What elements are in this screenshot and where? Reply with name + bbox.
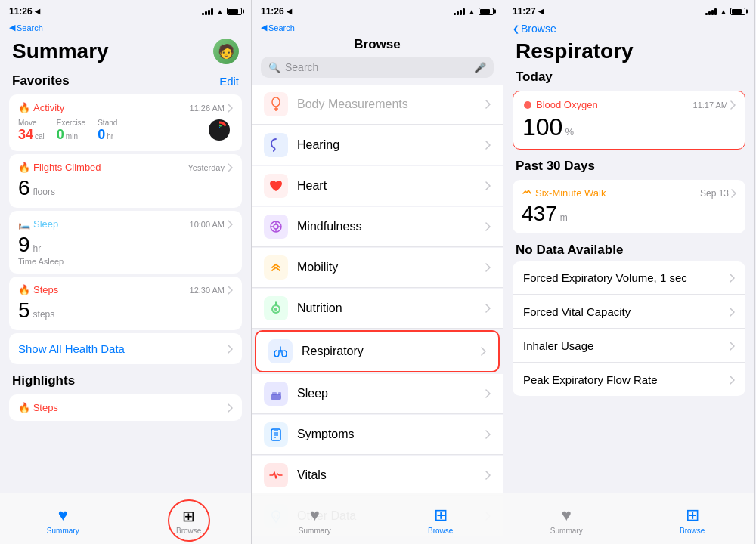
summary-content: Favorites Edit 🔥 Activity 11:26 AM Move (0, 67, 251, 544)
table-row[interactable]: Peak Expiratory Flow Rate (513, 363, 745, 396)
wifi-icon-1: ▲ (216, 8, 224, 16)
mic-icon: 🎤 (474, 62, 486, 73)
status-time-2: 11:26 ◀ (261, 6, 292, 17)
chevron-icon (730, 308, 735, 317)
six-minute-walk-card[interactable]: Six-Minute Walk Sep 13 437 m (513, 180, 745, 233)
walk-label: Six-Minute Walk (522, 187, 606, 199)
search-bar[interactable]: 🔍 Search 🎤 (261, 57, 494, 78)
chevron-icon (485, 430, 491, 439)
no-data-header: No Data Available (503, 236, 754, 261)
chevron-icon (730, 342, 735, 351)
symptoms-icon (264, 422, 288, 447)
chevron-icon (228, 403, 233, 413)
heart-icon (264, 174, 288, 198)
status-bar-1: 11:26 ◀ ▲ (0, 0, 251, 21)
activity-card[interactable]: 🔥 Activity 11:26 AM Move 34 cal (9, 94, 242, 151)
tab-summary-1[interactable]: ♥ Summary (0, 502, 126, 535)
respiratory-panel: 11:27 ◀ ▲ ❮ Browse Respiratory Today (503, 0, 755, 544)
table-row[interactable]: Forced Expiratory Volume, 1 sec (513, 261, 745, 295)
table-row[interactable]: Forced Vital Capacity (513, 295, 745, 329)
chevron-icon (228, 163, 233, 172)
sleep-label: 🛏️ Sleep (18, 218, 58, 230)
today-header: Today (503, 65, 754, 88)
status-icons-1: ▲ (202, 8, 242, 16)
avatar[interactable]: 🧑 (213, 39, 239, 64)
browse-circle: ⊞ Browse (168, 499, 210, 542)
tab-summary-2[interactable]: ♥ Summary (252, 502, 378, 535)
svg-point-4 (272, 97, 280, 107)
list-item-mobility[interactable]: Mobility (252, 248, 503, 288)
chevron-icon (228, 220, 233, 229)
battery-icon-2 (479, 8, 494, 15)
highlights-steps-card[interactable]: 🔥 Steps (9, 394, 242, 421)
tab-bar-3: ♥ Summary ⊞ Browse (503, 493, 755, 544)
favorites-header: Favorites Edit (0, 67, 251, 91)
respiratory-content: Today Blood Oxygen 11:17 AM 100 % (503, 65, 754, 544)
search-icon: 🔍 (268, 62, 280, 73)
chevron-icon (228, 345, 233, 354)
chevron-icon (485, 263, 491, 272)
mindfulness-icon (264, 215, 288, 239)
list-item-mindfulness[interactable]: Mindfulness (252, 207, 503, 247)
back-search-2[interactable]: ◀ Search (252, 21, 503, 34)
list-item-symptoms[interactable]: Symptoms (252, 415, 503, 455)
svg-point-7 (273, 150, 274, 152)
list-item-vitals[interactable]: Vitals (252, 456, 503, 496)
chevron-icon (730, 100, 736, 110)
chevron-icon (228, 286, 233, 295)
grid-icon: ⊞ (182, 507, 195, 525)
signal-bars-1 (202, 8, 213, 15)
svg-rect-17 (272, 392, 277, 395)
browse-list: Body Measurements Hearing Heart (252, 84, 503, 544)
list-item-sleep[interactable]: Sleep (252, 374, 503, 414)
steps-card[interactable]: 🔥 Steps 12:30 AM 5 steps (9, 277, 242, 330)
list-item-hearing[interactable]: Hearing (252, 125, 503, 165)
sleep-card[interactable]: 🛏️ Sleep 10:00 AM 9 hr Time Asleep (9, 211, 242, 274)
back-browse[interactable]: ❮ Browse (503, 21, 754, 36)
respiratory-icon (268, 339, 293, 363)
steps-label: 🔥 Steps (18, 284, 58, 295)
search-placeholder: Search (285, 61, 469, 73)
chevron-icon (485, 141, 491, 150)
chevron-icon (731, 189, 736, 198)
table-row[interactable]: Inhaler Usage (513, 329, 745, 363)
flights-label: 🔥 Flights Climbed (18, 162, 101, 173)
status-time-3: 11:27 ◀ (513, 6, 544, 17)
svg-rect-16 (271, 394, 281, 400)
svg-point-24 (524, 101, 531, 109)
data-rows-container: Forced Expiratory Volume, 1 sec Forced V… (503, 261, 754, 396)
tab-summary-3[interactable]: ♥ Summary (503, 502, 630, 535)
tab-bar-2: ♥ Summary ⊞ Browse (252, 493, 503, 544)
svg-point-14 (271, 304, 280, 314)
flights-card[interactable]: 🔥 Flights Climbed Yesterday 6 floors (9, 154, 242, 208)
activity-label: 🔥 Activity (18, 102, 64, 113)
page-title-respiratory: Respiratory (503, 36, 754, 65)
tab-browse-1[interactable]: ⊞ Browse (126, 496, 253, 542)
heart-tab-icon-3: ♥ (562, 505, 572, 525)
summary-panel: 11:26 ◀ ▲ ◀ Search Summary 🧑 (0, 0, 252, 544)
tab-browse-2[interactable]: ⊞ Browse (378, 502, 504, 535)
list-item-body[interactable]: Body Measurements (252, 85, 503, 125)
activity-metrics: Move 34 cal Exercise 0 min (18, 119, 117, 143)
list-item-respiratory[interactable]: Respiratory (255, 330, 500, 372)
page-title-summary: Summary (12, 39, 109, 63)
list-item-heart[interactable]: Heart (252, 166, 503, 206)
blood-oxygen-label: Blood Oxygen (522, 99, 598, 110)
svg-rect-18 (278, 392, 281, 395)
activity-time: 11:26 AM (190, 104, 233, 113)
chevron-icon (485, 471, 491, 480)
blood-oxygen-time: 11:17 AM (693, 100, 736, 110)
grid-icon-3: ⊞ (686, 505, 699, 525)
edit-button[interactable]: Edit (219, 75, 239, 88)
steps-time: 12:30 AM (190, 286, 233, 295)
browse-panel: 11:26 ◀ ▲ ◀ Search Browse 🔍 Search 🎤 (252, 0, 503, 544)
blood-oxygen-card[interactable]: Blood Oxygen 11:17 AM 100 % (513, 91, 745, 150)
show-all-health-data[interactable]: Show All Health Data (9, 333, 242, 364)
hearing-icon (264, 133, 288, 157)
status-bar-3: 11:27 ◀ ▲ (503, 0, 754, 21)
list-item-nutrition[interactable]: Nutrition (252, 289, 503, 329)
sleep-icon (264, 382, 288, 406)
back-search-1[interactable]: ◀ Search (0, 21, 251, 34)
chevron-icon (481, 347, 486, 356)
tab-browse-3[interactable]: ⊞ Browse (630, 502, 756, 535)
